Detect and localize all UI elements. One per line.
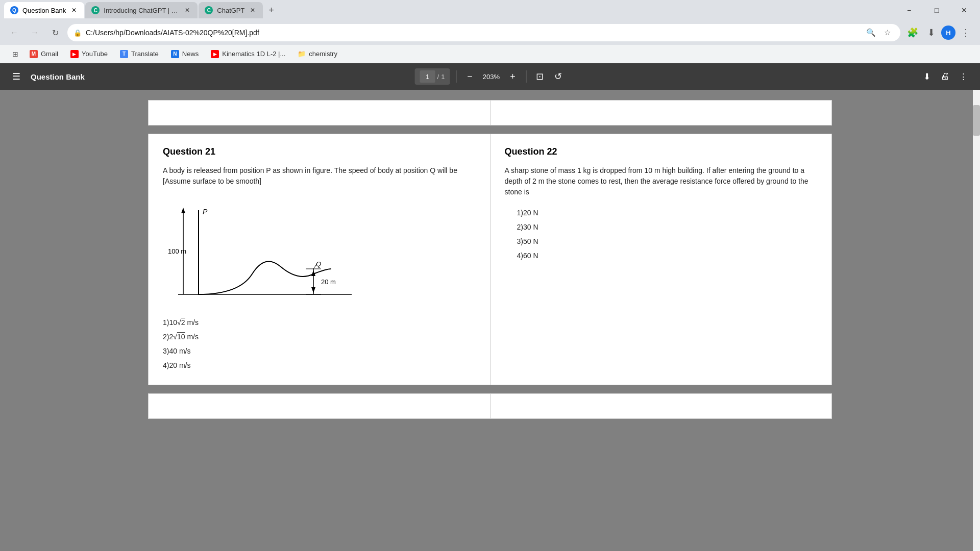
window-controls: − □ ✕ bbox=[897, 2, 976, 18]
question-21-text: A body is released from position P as sh… bbox=[163, 165, 476, 187]
bookmark-kinematics-label: Kinematics 1D L-2 |... bbox=[222, 50, 285, 58]
bookmark-news[interactable]: N News bbox=[166, 48, 204, 60]
bottom-cell-right bbox=[490, 394, 832, 419]
partial-row-top bbox=[149, 101, 832, 126]
scrollbar-thumb[interactable] bbox=[973, 105, 980, 136]
news-favicon: N bbox=[171, 50, 179, 58]
address-bar[interactable]: 🔒 C:/Users/hp/Downloads/AIATS-02%20QP%20… bbox=[67, 24, 900, 41]
search-icon[interactable]: 🔍 bbox=[864, 26, 878, 40]
page-separator: / bbox=[437, 73, 439, 81]
question-22-header: Question 22 bbox=[505, 146, 818, 157]
q21-option-4: 4)20 m/s bbox=[163, 358, 476, 372]
tab-question-bank[interactable]: Q Question Bank ✕ bbox=[4, 2, 84, 18]
page-number-area: 1 / 1 bbox=[415, 68, 450, 85]
question-22-cell: Question 22 A sharp stone of mass 1 kg i… bbox=[490, 134, 832, 385]
partial-row-bottom bbox=[149, 394, 832, 419]
pdf-title: Question Bank bbox=[31, 72, 85, 81]
svg-marker-3 bbox=[181, 208, 185, 213]
extensions-button[interactable]: 🧩 bbox=[904, 24, 921, 41]
tab-close-1[interactable]: ✕ bbox=[70, 6, 78, 14]
tab-label-1: Question Bank bbox=[22, 7, 66, 14]
back-button[interactable]: ← bbox=[6, 24, 22, 41]
address-actions: 🔍 ☆ bbox=[864, 26, 894, 40]
svg-text:P: P bbox=[203, 208, 208, 216]
tab-close-3[interactable]: ✕ bbox=[249, 6, 257, 14]
pdf-right-buttons: ⬇ 🖨 ⋮ bbox=[919, 68, 972, 85]
zoom-in-button[interactable]: + bbox=[505, 69, 520, 84]
tab-strip: Q Question Bank ✕ C Introducing ChatGPT … bbox=[4, 0, 895, 20]
bottom-cell-left bbox=[149, 394, 491, 419]
question-21-options: 1)10√2 m/s 2)2√10 m/s 3)40 m/s 4)20 m/s bbox=[163, 315, 476, 372]
tab-chatgpt[interactable]: C ChatGPT ✕ bbox=[199, 2, 263, 18]
browser-action-btns: 🧩 ⬇ H ⋮ bbox=[904, 24, 974, 41]
tab-favicon-1: Q bbox=[10, 6, 18, 14]
q21-diagram: P 100 m Q bbox=[163, 195, 476, 309]
bookmark-chemistry[interactable]: 📁 chemistry bbox=[292, 48, 342, 60]
pdf-divider-1 bbox=[456, 70, 456, 83]
q21-option-1: 1)10√2 m/s bbox=[163, 315, 476, 330]
page-number-input[interactable]: 1 bbox=[420, 70, 435, 83]
pdf-print-button[interactable]: 🖨 bbox=[937, 68, 953, 85]
q22-option-2: 2)30 N bbox=[517, 220, 818, 234]
download-button[interactable]: ⬇ bbox=[923, 24, 939, 41]
translate-favicon: T bbox=[120, 50, 128, 58]
bookmark-star-icon[interactable]: ☆ bbox=[880, 26, 894, 40]
q22-option-4: 4)60 N bbox=[517, 248, 818, 263]
q21-option-2: 2)2√10 m/s bbox=[163, 330, 476, 344]
question-row-21-22: Question 21 A body is released from posi… bbox=[149, 134, 832, 385]
minimize-button[interactable]: − bbox=[897, 2, 921, 18]
close-button[interactable]: ✕ bbox=[952, 2, 976, 18]
q22-option-3: 3)50 N bbox=[517, 234, 818, 248]
question-21-cell: Question 21 A body is released from posi… bbox=[149, 134, 491, 385]
question-22-options: 1)20 N 2)30 N 3)50 N 4)60 N bbox=[505, 206, 818, 263]
bookmark-gmail[interactable]: M Gmail bbox=[24, 48, 63, 60]
apps-button[interactable]: ⊞ bbox=[8, 47, 22, 61]
address-bar-row: ← → ↻ 🔒 C:/Users/hp/Downloads/AIATS-02%2… bbox=[0, 20, 980, 45]
bookmark-gmail-label: Gmail bbox=[41, 50, 58, 58]
tab-close-2[interactable]: ✕ bbox=[183, 6, 191, 14]
kinematics-favicon: ▶ bbox=[211, 50, 219, 58]
svg-marker-9 bbox=[311, 287, 315, 293]
gmail-favicon: M bbox=[30, 50, 38, 58]
refresh-button[interactable]: ↻ bbox=[47, 24, 63, 41]
youtube-favicon: ▶ bbox=[70, 50, 79, 58]
tab-favicon-3: C bbox=[205, 6, 213, 14]
pdf-content: Question 21 A body is released from posi… bbox=[0, 90, 980, 551]
svg-text:100 m: 100 m bbox=[168, 247, 186, 255]
forward-button[interactable]: → bbox=[27, 24, 43, 41]
svg-text:20 m: 20 m bbox=[321, 278, 336, 286]
zoom-out-button[interactable]: − bbox=[462, 69, 477, 84]
more-button[interactable]: ⋮ bbox=[958, 24, 974, 41]
bookmark-translate[interactable]: T Translate bbox=[115, 48, 164, 60]
page-total: 1 bbox=[441, 73, 445, 81]
scrollbar[interactable] bbox=[973, 90, 980, 551]
lock-icon: 🔒 bbox=[74, 29, 82, 37]
new-tab-button[interactable]: + bbox=[264, 3, 278, 17]
partial-cell-right bbox=[490, 101, 832, 126]
profile-avatar[interactable]: H bbox=[941, 26, 955, 40]
question-table-top bbox=[148, 100, 832, 126]
pdf-menu-button[interactable]: ☰ bbox=[8, 68, 24, 85]
q22-option-1: 1)20 N bbox=[517, 206, 818, 220]
bookmark-youtube-label: YouTube bbox=[82, 50, 108, 58]
maximize-button[interactable]: □ bbox=[925, 2, 948, 18]
pdf-page-controls: 1 / 1 − 203% + ⊡ ↺ bbox=[415, 68, 566, 85]
pdf-divider-2 bbox=[526, 70, 526, 83]
bookmark-translate-label: Translate bbox=[131, 50, 159, 58]
pdf-toolbar: ☰ Question Bank 1 / 1 − 203% + ⊡ ↺ ⬇ 🖨 ⋮ bbox=[0, 63, 980, 90]
zoom-value: 203% bbox=[481, 73, 501, 81]
bookmark-kinematics[interactable]: ▶ Kinematics 1D L-2 |... bbox=[206, 48, 290, 60]
pdf-more-button[interactable]: ⋮ bbox=[955, 68, 972, 85]
question-table-bottom bbox=[148, 393, 832, 419]
q21-option-3: 3)40 m/s bbox=[163, 344, 476, 358]
fit-page-button[interactable]: ⊡ bbox=[532, 69, 547, 84]
chemistry-favicon: 📁 bbox=[298, 50, 306, 58]
question-22-text: A sharp stone of mass 1 kg is dropped fr… bbox=[505, 165, 818, 197]
pdf-download-button[interactable]: ⬇ bbox=[919, 68, 935, 85]
tab-chatgpt-openai[interactable]: C Introducing ChatGPT | OpenAI ✕ bbox=[85, 2, 198, 18]
rotate-button[interactable]: ↺ bbox=[551, 69, 565, 84]
address-text: C:/Users/hp/Downloads/AIATS-02%20QP%20[R… bbox=[86, 29, 860, 37]
title-bar: Q Question Bank ✕ C Introducing ChatGPT … bbox=[0, 0, 980, 20]
tab-label-3: ChatGPT bbox=[217, 7, 244, 14]
bookmark-youtube[interactable]: ▶ YouTube bbox=[65, 48, 113, 60]
